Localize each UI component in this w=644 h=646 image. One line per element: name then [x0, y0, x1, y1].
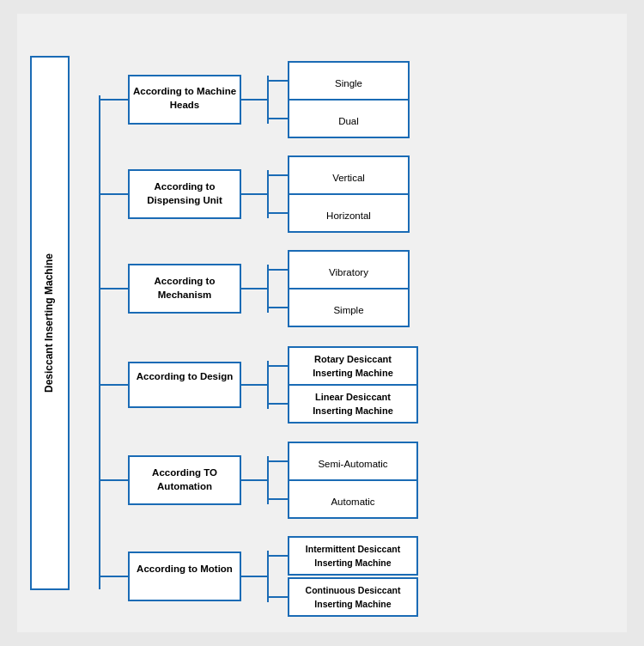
svg-text:Continuous Desiccant: Continuous Desiccant — [306, 585, 401, 595]
leaf-continuous-rect — [289, 578, 417, 616]
cat-design-rect — [129, 363, 240, 407]
svg-text:Dual: Dual — [338, 116, 359, 126]
cat-mechanism-rect — [129, 265, 240, 313]
svg-text:Inserting Machine: Inserting Machine — [314, 599, 391, 609]
cat-dispensing-rect — [129, 170, 240, 218]
svg-text:Rotary Desiccant: Rotary Desiccant — [314, 354, 392, 364]
svg-text:Inserting Machine: Inserting Machine — [313, 405, 393, 416]
svg-text:According TO: According TO — [152, 467, 217, 478]
cat-motion-rect — [129, 552, 240, 600]
svg-text:Linear Desiccant: Linear Desiccant — [315, 392, 391, 402]
svg-text:Vertical: Vertical — [332, 173, 365, 183]
svg-text:Semi-Automatic: Semi-Automatic — [318, 459, 387, 469]
svg-text:Single: Single — [335, 78, 362, 88]
leaf-rotary-rect — [289, 347, 417, 385]
svg-text:Automatic: Automatic — [331, 497, 374, 507]
svg-text:Inserting Machine: Inserting Machine — [313, 368, 393, 378]
leaf-intermittent-rect — [289, 537, 417, 575]
leaf-linear-rect — [289, 385, 417, 423]
svg-text:Dispensing Unit: Dispensing Unit — [147, 195, 222, 205]
svg-text:Inserting Machine: Inserting Machine — [314, 558, 391, 568]
svg-text:According to: According to — [155, 276, 216, 286]
svg-text:Intermittent Desiccant: Intermittent Desiccant — [306, 544, 401, 554]
svg-text:Vibratory: Vibratory — [329, 267, 368, 277]
svg-text:Horizontal: Horizontal — [326, 210, 371, 221]
svg-text:Simple: Simple — [333, 305, 363, 315]
svg-text:Mechanism: Mechanism — [158, 289, 212, 300]
svg-text:Automation: Automation — [157, 481, 212, 491]
svg-text:According to Design: According to Design — [137, 371, 233, 381]
svg-text:According to Machine: According to Machine — [133, 86, 236, 96]
root-label: Desiccant Inserting Machine — [43, 253, 55, 393]
svg-text:According to Motion: According to Motion — [137, 564, 233, 574]
chart-svg: Desiccant Inserting Machine According to… — [17, 14, 627, 632]
diagram-container: Desiccant Inserting Machine According to… — [17, 14, 627, 632]
svg-text:Heads: Heads — [170, 100, 200, 110]
svg-text:According to: According to — [155, 181, 216, 192]
cat-automation-rect — [129, 456, 240, 504]
